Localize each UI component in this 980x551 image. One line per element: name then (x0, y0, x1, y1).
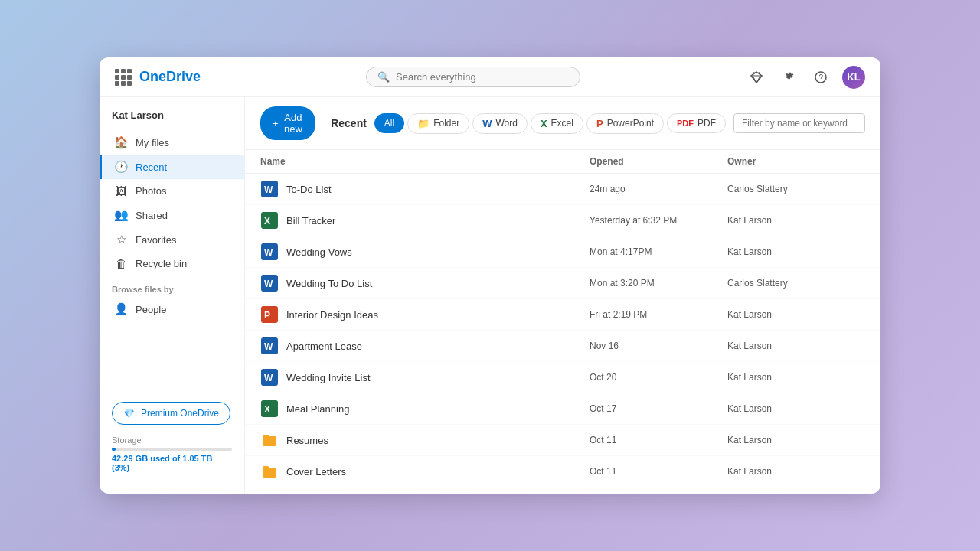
file-owner: Kat Larson (727, 372, 865, 383)
file-opened: Fri at 2:19 PM (590, 309, 727, 320)
sidebar-item-shared[interactable]: 👥 Shared (100, 203, 244, 227)
filter-word-label: Word (495, 118, 517, 129)
sidebar-label-photos: Photos (136, 185, 166, 197)
col-name: Name (260, 156, 590, 167)
ppt-filter-icon: P (596, 118, 603, 129)
file-owner: Kat Larson (727, 435, 865, 445)
file-owner: Kat Larson (727, 341, 865, 351)
sidebar-item-favorites[interactable]: ☆ Favorites (100, 227, 244, 252)
file-name: Wedding Invite List (286, 372, 371, 383)
premium-button[interactable]: 💎 Premium OneDrive (112, 402, 230, 425)
premium-icon: 💎 (123, 408, 135, 419)
file-opened: Oct 11 (590, 435, 727, 445)
table-row[interactable]: Resumes Oct 11 Kat Larson (245, 425, 880, 456)
file-opened: Oct 17 (590, 403, 727, 414)
file-type-icon: W (260, 243, 279, 261)
storage-section: Storage 42.29 GB used of 1.05 TB (3%) (112, 435, 232, 472)
filter-tab-folder[interactable]: 📁 Folder (407, 113, 469, 134)
search-input[interactable] (396, 71, 569, 83)
file-opened: Mon at 4:17PM (590, 246, 727, 257)
table-row[interactable]: Cover Letters Oct 11 Kat Larson (245, 456, 880, 487)
file-type-icon: X (260, 211, 279, 230)
svg-text:?: ? (819, 73, 824, 82)
sidebar-label-my-files: My files (136, 137, 169, 148)
file-rows-container: W To-Do List 24m ago Carlos Slattery X B… (245, 174, 880, 494)
search-icon: 🔍 (377, 71, 390, 83)
table-row[interactable]: W Wedding To Do List Mon at 3:20 PM Carl… (245, 268, 880, 299)
file-type-icon: W (260, 274, 279, 292)
sidebar-label-recent: Recent (136, 161, 167, 173)
avatar[interactable]: KL (842, 66, 865, 89)
grid-icon (115, 69, 132, 86)
sidebar-item-my-files[interactable]: 🏠 My files (100, 130, 244, 155)
sidebar-label-shared: Shared (136, 210, 168, 221)
filter-tab-word[interactable]: W Word (472, 113, 528, 134)
table-row[interactable]: W Wedding Vows Mon at 4:17PM Kat Larson (245, 236, 880, 268)
file-name: To-Do List (286, 184, 332, 195)
word-filter-icon: W (482, 118, 492, 129)
search-wrapper[interactable]: 🔍 (366, 67, 580, 87)
browse-section-label: Browse files by (100, 276, 244, 297)
table-row[interactable]: X Bill Tracker Yesterday at 6:32 PM Kat … (245, 205, 880, 236)
file-owner: Kat Larson (727, 246, 865, 257)
photos-icon: 🖼 (114, 184, 128, 197)
file-opened: 24m ago (590, 184, 727, 194)
file-owner: Carlos Slattery (727, 278, 865, 289)
filter-tab-pdf[interactable]: PDF PDF (667, 113, 726, 133)
file-opened: Yesterday at 6:32 PM (590, 215, 727, 226)
premium-label: Premium OneDrive (141, 408, 219, 419)
excel-filter-icon: X (541, 118, 547, 129)
file-type-icon: W (260, 180, 279, 198)
pdf-filter-icon: PDF (677, 119, 694, 128)
user-name: Kat Larson (100, 109, 244, 130)
filter-tab-all[interactable]: All (374, 113, 404, 133)
file-name: Resumes (286, 435, 328, 446)
add-new-button[interactable]: + Add new (260, 106, 315, 140)
svg-text:X: X (264, 404, 270, 415)
sidebar-item-people[interactable]: 👤 People (100, 297, 244, 321)
sidebar-item-photos[interactable]: 🖼 Photos (100, 179, 244, 203)
file-opened: Nov 16 (590, 341, 727, 351)
storage-text: 42.29 GB used of 1.05 TB (3%) (112, 454, 232, 472)
folder-filter-icon: 📁 (417, 118, 430, 129)
table-row[interactable]: W Apartment Lease Nov 16 Kat Larson (245, 331, 880, 362)
file-type-icon: W (260, 337, 279, 355)
file-type-icon: P (260, 305, 279, 324)
search-bar: 🔍 (231, 67, 715, 87)
svg-text:W: W (264, 247, 273, 258)
svg-text:W: W (264, 341, 273, 352)
add-icon: + (273, 118, 279, 129)
filter-tab-excel[interactable]: X Excel (531, 113, 583, 134)
table-row[interactable]: W Wedding Invite List Oct 20 Kat Larson (245, 362, 880, 393)
filter-all-label: All (384, 118, 394, 129)
help-icon[interactable]: ? (810, 67, 831, 88)
main-content: Kat Larson 🏠 My files 🕐 Recent 🖼 Photos … (100, 97, 880, 494)
file-opened: Oct 11 (590, 466, 727, 477)
filter-tab-ppt[interactable]: P PowerPoint (586, 113, 664, 134)
svg-text:P: P (264, 310, 270, 321)
file-type-icon (260, 431, 279, 449)
file-name: Apartment Lease (286, 341, 362, 352)
filter-pdf-label: PDF (697, 118, 716, 129)
file-opened: Mon at 3:20 PM (590, 278, 727, 289)
sidebar-item-recent[interactable]: 🕐 Recent (100, 155, 244, 179)
table-row[interactable]: P Interior Design Ideas Fri at 2:19 PM K… (245, 299, 880, 331)
storage-label: Storage (112, 435, 232, 445)
file-type-icon: W (260, 368, 279, 386)
section-title: Recent (331, 117, 367, 129)
filter-tabs: All 📁 Folder W Word X Excel (374, 113, 726, 134)
gear-icon[interactable] (778, 67, 799, 88)
file-owner: Kat Larson (727, 403, 865, 414)
sidebar-item-recycle-bin[interactable]: 🗑 Recycle bin (100, 252, 244, 276)
table-row[interactable]: X Meal Planning Oct 17 Kat Larson (245, 393, 880, 425)
content-area: + Add new Recent All 📁 Folder W Word (245, 97, 880, 494)
filter-search-input[interactable] (733, 113, 865, 133)
table-row[interactable]: W Doctor Appointment Notes Oct 3 Kat Lar… (245, 487, 880, 494)
file-owner: Kat Larson (727, 309, 865, 320)
table-row[interactable]: W To-Do List 24m ago Carlos Slattery (245, 174, 880, 205)
content-toolbar: + Add new Recent All 📁 Folder W Word (245, 97, 880, 150)
apps-grid-button[interactable] (115, 69, 132, 86)
sidebar-label-people: People (136, 304, 166, 315)
diamond-icon[interactable] (746, 67, 767, 88)
shared-icon: 👥 (114, 208, 128, 222)
